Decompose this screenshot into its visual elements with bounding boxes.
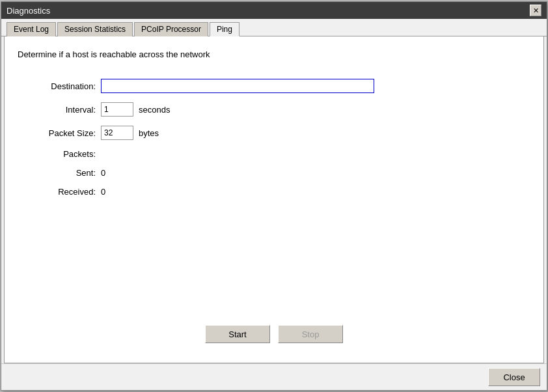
tab-event-log[interactable]: Event Log bbox=[7, 22, 56, 36]
tab-ping[interactable]: Ping bbox=[210, 22, 240, 36]
ping-section: Determine if a host is reachable across … bbox=[18, 49, 530, 350]
tab-pcoip-processor[interactable]: PCoIP Processor bbox=[134, 22, 208, 36]
packet-size-row: Packet Size: bytes bbox=[31, 126, 530, 140]
packets-label: Packets: bbox=[31, 149, 96, 159]
tab-session-statistics[interactable]: Session Statistics bbox=[57, 22, 133, 36]
interval-row: Interval: seconds bbox=[31, 102, 530, 117]
sent-row: Sent: 0 bbox=[31, 168, 530, 178]
received-row: Received: 0 bbox=[31, 187, 530, 197]
ping-content-area: Determine if a host is reachable across … bbox=[4, 36, 544, 363]
stop-button[interactable]: Stop bbox=[278, 325, 343, 343]
sent-label: Sent: bbox=[31, 168, 96, 178]
destination-input[interactable] bbox=[101, 79, 374, 93]
interval-input[interactable] bbox=[101, 102, 133, 117]
sent-value: 0 bbox=[101, 168, 105, 178]
close-button[interactable]: Close bbox=[488, 368, 540, 386]
destination-label: Destination: bbox=[31, 81, 96, 91]
received-label: Received: bbox=[31, 187, 96, 197]
destination-row: Destination: bbox=[31, 79, 530, 93]
packets-row: Packets: bbox=[31, 149, 530, 159]
window-footer: Close bbox=[1, 363, 547, 390]
packet-size-unit: bytes bbox=[139, 128, 159, 138]
ping-description: Determine if a host is reachable across … bbox=[18, 49, 530, 59]
interval-label: Interval: bbox=[31, 105, 96, 115]
packet-size-input[interactable] bbox=[101, 126, 133, 140]
diagnostics-window: Diagnostics ✕ Event Log Session Statisti… bbox=[1, 1, 547, 391]
ping-form: Destination: Interval: seconds Packet Si… bbox=[18, 79, 530, 197]
received-value: 0 bbox=[101, 187, 105, 197]
start-button[interactable]: Start bbox=[205, 325, 270, 343]
window-title: Diagnostics bbox=[7, 6, 50, 16]
title-bar: Diagnostics ✕ bbox=[1, 2, 547, 19]
packet-size-label: Packet Size: bbox=[31, 128, 96, 138]
tab-bar: Event Log Session Statistics PCoIP Proce… bbox=[1, 19, 547, 36]
window-close-button[interactable]: ✕ bbox=[530, 5, 541, 16]
ping-buttons: Start Stop bbox=[18, 312, 530, 350]
interval-unit: seconds bbox=[139, 105, 170, 115]
